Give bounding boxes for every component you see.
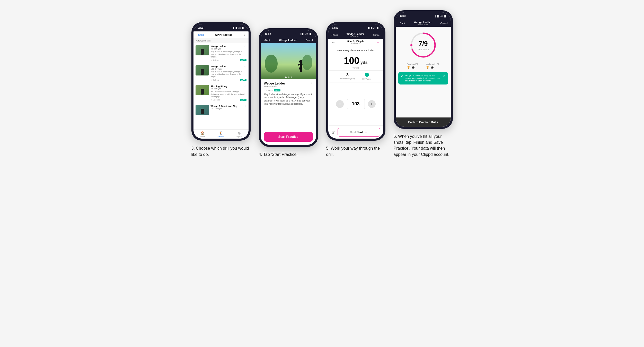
next-shot-arrow[interactable]: → — [376, 40, 380, 45]
app-badge-0: APP — [240, 59, 246, 61]
wifi-icon-4: wifi — [440, 15, 443, 17]
nav-title-2: Wedge Ladder — [279, 39, 297, 42]
prev-shot-arrow[interactable]: ← — [331, 40, 336, 45]
score-circle-text: 7/9 Total Score — [417, 40, 429, 51]
nav-back-label-4: Back — [400, 22, 405, 24]
drill-item-2[interactable]: Pitching String 55–100 yds ☆ Hit 1 shot … — [193, 83, 249, 103]
nav-title-4: Wedge Ladder — [414, 21, 432, 24]
star-icon-0[interactable]: ☆ — [244, 45, 246, 48]
caption-2: 4. Tap 'Start Practice'. — [259, 151, 298, 157]
menu-icon-1[interactable]: ≡ — [243, 33, 245, 37]
nav-cancel-2[interactable]: Cancel — [305, 39, 313, 41]
drill-info-2: Pitching String 55–100 yds ☆ Hit 1 shot … — [211, 85, 246, 101]
phone-frame-4: 13:03 ▐▐▐ wifi ▐▌ ‹ Back Wedge Ladder 06… — [394, 10, 453, 129]
svg-rect-2 — [300, 63, 302, 68]
success-text: 'Wedge Ladder (100–140 yds)' was created… — [405, 74, 442, 82]
nav-back-4[interactable]: ‹ Back — [399, 22, 405, 24]
target-label: Target — [328, 67, 383, 69]
next-shot-button[interactable]: Next Shot → — [338, 128, 380, 137]
drill-name-0: Wedge Ladder — [211, 45, 227, 48]
nav-bar-2: ‹ Back Wedge Ladder Cancel — [261, 38, 316, 43]
battery-icon-3: ▐▌ — [376, 27, 379, 29]
drill-item-3[interactable]: Wedge & Short Iron Play 100–140 yds ☆ — [193, 103, 249, 117]
wifi-icon-2: wifi — [305, 33, 308, 35]
clock-icon-detail: ○ — [264, 89, 265, 91]
caption-4: 6. When you've hit all your shots, tap '… — [394, 133, 453, 157]
nav-activities[interactable]: 🏌️ Activities — [212, 131, 230, 138]
activities-icon: 🏌️ — [219, 131, 223, 135]
clock-icon-2: ○ — [211, 99, 212, 101]
drill-footer-0: ○ 9 shots APP — [211, 59, 246, 61]
drill-thumb-2 — [196, 85, 209, 95]
nav-center-4: Wedge Ladder 06 Mar 2023 — [414, 21, 432, 26]
drill-footer-2: ○ 10 shots APP — [211, 99, 246, 101]
drill-item-0[interactable]: Wedge Ladder 50–100 yds ☆ Play 1 shot at… — [193, 43, 249, 63]
phone-frame-2: 13:02 ▐▐▐ wifi ▐▌ ‹ Back Wedge Ladder Ca… — [259, 28, 318, 147]
close-icon[interactable]: ✕ — [443, 74, 446, 78]
svg-point-10 — [288, 77, 289, 78]
trash-icon[interactable]: 🗑 — [331, 130, 335, 134]
star-icon-detail[interactable]: ☆ — [311, 82, 313, 84]
nav-home[interactable]: 🏠 Home — [193, 131, 212, 138]
phone-section-2: 13:02 ▐▐▐ wifi ▐▌ ‹ Back Wedge Ladder Ca… — [259, 28, 318, 157]
target-display: 100 yds Target — [328, 53, 383, 70]
phone4-body: 7/9 Total Score Previous PB 🏆 -/9 — [396, 27, 451, 127]
wifi-icon: wifi — [238, 27, 241, 29]
detail-app-badge: APP — [274, 89, 280, 91]
app-badge-1: APP — [240, 79, 246, 81]
drill-range-3: 100–140 yds — [211, 107, 238, 110]
increment-button[interactable]: + — [368, 100, 376, 108]
detail-shots-text: 9 shots — [266, 89, 272, 91]
caption-1: 3. Choose which drill you would like to … — [191, 145, 251, 157]
phone-inner-4: 13:03 ▐▐▐ wifi ▐▌ ‹ Back Wedge Ladder 06… — [396, 12, 451, 127]
previous-pb: Previous PB 🏆 -/9 — [407, 63, 418, 69]
shot-stats: 3 Difference (yds) Hit Target — [328, 70, 383, 82]
shot-label: Shot 1, 100 yds — [347, 40, 364, 43]
drill-range-1: 100–140 yds — [211, 68, 227, 70]
star-icon-3[interactable]: ☆ — [244, 105, 246, 108]
carry-pre: Enter — [337, 49, 343, 52]
carry-post: for each shot — [360, 49, 375, 52]
last-month-pb-value: 🏆 -/9 — [426, 66, 439, 69]
wifi-icon-3: wifi — [373, 27, 376, 29]
drill-desc-2: Hit 1 shot at each of the 10 target dist… — [211, 90, 246, 98]
bottom-nav-1: 🏠 Home 🏌️ Activities ⊕ Capture — [193, 129, 249, 139]
drill-item-1[interactable]: Wedge Ladder 100–140 yds ☆ Play 1 shot a… — [193, 63, 249, 83]
phone2-body: Wedge Ladder 100–140 yds ☆ ○ 9 shots APP — [261, 43, 316, 145]
nav-back-2[interactable]: ‹ Back — [264, 39, 270, 41]
star-icon-1[interactable]: ☆ — [244, 65, 246, 68]
drill-name-2: Pitching String — [211, 85, 227, 88]
check-icon: ✓ — [401, 74, 403, 78]
previous-pb-value: 🏆 -/9 — [407, 66, 418, 69]
nav-back-1[interactable]: ‹ Back — [197, 33, 204, 36]
hit-target-label: Hit Target — [363, 78, 371, 80]
pb-row: Previous PB 🏆 -/9 Last month PB 🏆 -/9 — [396, 61, 451, 71]
nav-title-1: APP Practice — [215, 33, 232, 36]
shot-nav: ← Shot 1, 100 yds Score 5/9 → — [328, 39, 383, 46]
shots-text-2: 10 shots — [213, 99, 220, 101]
finish-button[interactable]: Back to Practice Drills — [396, 117, 451, 127]
nav-capture[interactable]: ⊕ Capture — [230, 131, 248, 138]
nav-back-3[interactable]: ‹ Back — [331, 34, 338, 36]
distance-input[interactable]: 103 — [347, 99, 365, 109]
nav-cancel-4[interactable]: Cancel — [440, 22, 447, 24]
phone-inner-2: 13:02 ▐▐▐ wifi ▐▌ ‹ Back Wedge Ladder Ca… — [261, 30, 316, 145]
phone-section-1: 13:02 ▐▐▐ wifi ▐▌ ‹ Back APP Practice ≡ — [191, 22, 251, 157]
nav-bar-4: ‹ Back Wedge Ladder 06 Mar 2023 Cancel — [396, 20, 451, 27]
start-practice-button[interactable]: Start Practice — [264, 132, 313, 142]
decrement-button[interactable]: − — [336, 100, 344, 108]
home-icon: 🏠 — [200, 131, 205, 135]
phone-inner-3: 13:03 ▐▐▐ wifi ▐▌ ‹ Back Wedge Ladder 06… — [328, 24, 383, 139]
nav-back-label-2: Back — [265, 39, 270, 41]
chevron-left-icon-2: ‹ — [264, 39, 265, 41]
nav-cancel-3[interactable]: Cancel — [373, 34, 380, 36]
previous-pb-score: -/9 — [411, 66, 414, 69]
drill-footer-1: ○ 9 shots APP — [211, 79, 246, 81]
phone-frame-1: 13:02 ▐▐▐ wifi ▐▌ ‹ Back APP Practice ≡ — [191, 22, 251, 141]
trophy-icon-1: 🏆 — [407, 66, 410, 69]
nav-capture-label: Capture — [236, 136, 242, 138]
shots-label-1: ○ 9 shots — [211, 79, 219, 81]
star-icon-2[interactable]: ☆ — [244, 85, 246, 88]
drill-desc-0: Play 1 shot at each target yardage. If y… — [211, 50, 246, 58]
battery-icon-4: ▐▌ — [444, 15, 446, 17]
